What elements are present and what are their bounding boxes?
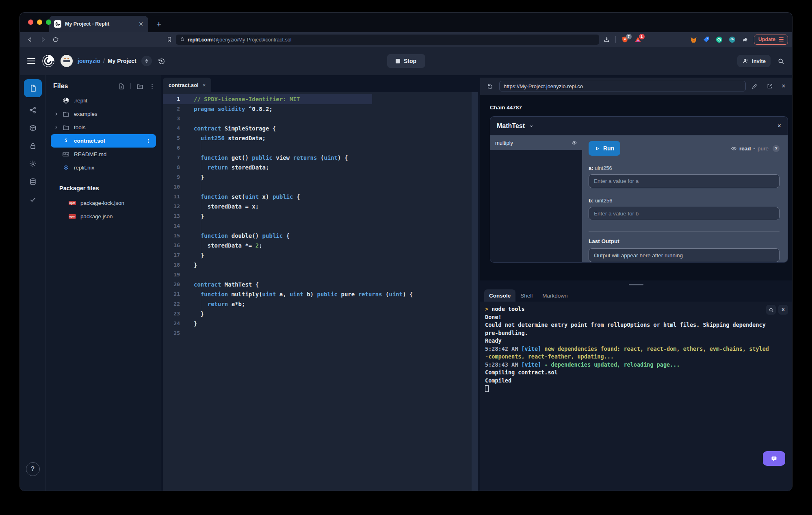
forward-icon[interactable]: [39, 36, 46, 43]
line-number: 5: [163, 133, 187, 143]
webview-close-icon[interactable]: ×: [782, 82, 786, 90]
browser-tab[interactable]: My Project - Replit ✕: [49, 16, 148, 32]
field-b-input[interactable]: [589, 207, 780, 221]
line-text: function set(uint x) public {: [187, 192, 300, 202]
chevron-right-icon[interactable]: [54, 112, 58, 116]
menu-icon[interactable]: [27, 56, 35, 66]
rail-item-checks[interactable]: [29, 196, 37, 204]
toolbar-right-cluster: 7 1 Update: [603, 35, 788, 45]
code-line: 3: [163, 114, 478, 124]
contract-dropdown-icon[interactable]: [528, 123, 534, 129]
chevron-right-icon[interactable]: [54, 125, 58, 130]
method-name: multiply: [495, 140, 513, 146]
file-row[interactable]: .replit: [46, 94, 161, 107]
line-number: 13: [163, 211, 187, 221]
line-text: }: [187, 319, 197, 328]
browser-update-button[interactable]: Update: [754, 35, 788, 45]
rail-item-version-control[interactable]: [29, 106, 37, 114]
person-plus-icon: [742, 58, 749, 64]
state-dot: •: [753, 146, 755, 152]
edit-pencil-icon[interactable]: [751, 83, 758, 89]
indent-guide: [201, 163, 201, 172]
file-row[interactable]: examples: [46, 107, 161, 121]
console-panel: Console Shell Markdown × > node toolsDon…: [480, 289, 792, 491]
solidity-file-icon: [62, 137, 69, 145]
avatar[interactable]: [61, 55, 73, 67]
indent-guide: [201, 241, 201, 250]
help-chip[interactable]: ?: [773, 145, 780, 152]
reload-icon[interactable]: [52, 36, 59, 43]
tool-rail: ?: [20, 75, 46, 491]
method-list: multiply: [490, 135, 582, 262]
open-external-icon[interactable]: [767, 83, 773, 89]
ethereum-badge[interactable]: [141, 56, 152, 66]
line-text: function multiply(uint a, uint b) public…: [187, 289, 413, 299]
method-row[interactable]: multiply: [490, 135, 582, 150]
browser-toolbar: replit.com/@joenyzio/My-Project#contract…: [20, 32, 792, 47]
webview-content: Chain 44787 MathTest × multiply: [480, 95, 792, 280]
tag-extension-icon[interactable]: [703, 36, 710, 43]
tab-close-icon[interactable]: ✕: [139, 21, 143, 27]
grammarly-extension-icon[interactable]: [715, 36, 723, 43]
stop-button[interactable]: Stop: [387, 54, 425, 68]
replit-logo[interactable]: [42, 54, 55, 67]
rail-item-files[interactable]: [24, 79, 42, 97]
folder-file-icon: [62, 111, 69, 118]
new-folder-icon[interactable]: [136, 83, 143, 90]
rail-item-database[interactable]: [29, 178, 37, 186]
breadcrumb-username[interactable]: joenyzio: [78, 58, 100, 64]
field-a-input[interactable]: [589, 174, 780, 188]
console-search-icon[interactable]: [766, 305, 776, 315]
rail-item-packages[interactable]: [29, 124, 37, 132]
indent-guide: [201, 250, 201, 260]
code-editor[interactable]: 1// SPDX-License-Identifier: MIT2pragma …: [163, 92, 478, 491]
file-row[interactable]: npmpackage-lock.json: [46, 196, 161, 210]
teal-extension-icon[interactable]: [728, 36, 736, 43]
back-icon[interactable]: [27, 36, 34, 43]
tab-shell[interactable]: Shell: [515, 289, 537, 302]
file-row[interactable]: README.md: [46, 148, 161, 161]
line-number: 9: [163, 172, 187, 182]
resize-handle[interactable]: [629, 284, 643, 285]
minimize-window-button[interactable]: [37, 20, 42, 25]
contract-close-icon[interactable]: ×: [777, 122, 781, 130]
new-tab-button[interactable]: +: [156, 20, 161, 28]
breadcrumb-project[interactable]: My Project: [108, 58, 136, 64]
webview-refresh-icon[interactable]: [487, 83, 494, 90]
download-icon[interactable]: [603, 36, 610, 43]
brave-rewards-icon[interactable]: 1: [634, 36, 642, 43]
file-menu-icon[interactable]: [145, 138, 151, 144]
bookmark-icon[interactable]: [166, 36, 173, 43]
brave-shield-icon[interactable]: 7: [621, 36, 629, 43]
editor-tab[interactable]: contract.sol ×: [163, 78, 211, 92]
file-row[interactable]: tools: [46, 121, 161, 134]
read-eye-icon: [731, 146, 737, 152]
files-menu-icon[interactable]: [149, 83, 155, 89]
rail-item-settings[interactable]: [29, 160, 37, 168]
chat-button[interactable]: [763, 451, 785, 466]
help-button[interactable]: ?: [26, 462, 40, 476]
tab-console[interactable]: Console: [484, 289, 515, 302]
tab-markdown[interactable]: Markdown: [537, 289, 572, 302]
console-output[interactable]: × > node toolsDone!Could not determine e…: [480, 302, 792, 491]
file-row[interactable]: contract.sol: [51, 134, 156, 148]
editor-tab-close-icon[interactable]: ×: [203, 82, 206, 88]
close-window-button[interactable]: [28, 20, 33, 25]
extensions-puzzle-icon[interactable]: [741, 36, 749, 43]
run-button[interactable]: Run: [589, 141, 620, 156]
search-icon[interactable]: [777, 57, 785, 65]
file-row[interactable]: replit.nix: [46, 161, 161, 174]
file-row[interactable]: npmpackage.json: [46, 210, 161, 223]
window-controls: [28, 20, 51, 25]
webview-url-input[interactable]: [499, 81, 746, 91]
history-icon[interactable]: [158, 57, 165, 65]
maximize-window-button[interactable]: [46, 20, 51, 25]
metamask-extension-icon[interactable]: [690, 36, 697, 43]
invite-button[interactable]: Invite: [737, 55, 771, 67]
rail-item-secrets[interactable]: [29, 142, 37, 150]
field-b-label: b: uint256: [589, 198, 780, 204]
address-bar[interactable]: replit.com/@joenyzio/My-Project#contract…: [176, 35, 599, 45]
code-line: 21 function multiply(uint a, uint b) pub…: [163, 289, 478, 299]
console-clear-icon[interactable]: ×: [778, 305, 788, 315]
new-file-icon[interactable]: [118, 83, 125, 90]
